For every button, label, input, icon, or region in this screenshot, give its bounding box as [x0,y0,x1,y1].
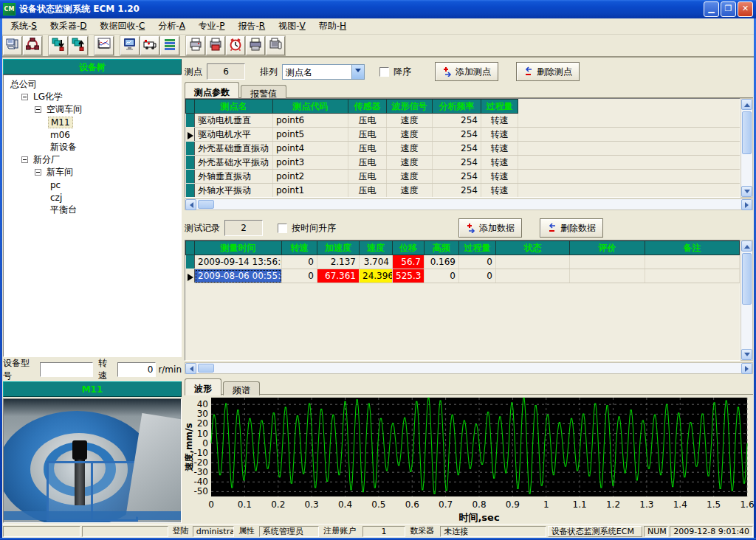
row-selector[interactable] [186,170,195,184]
scroll-left-button[interactable] [185,363,196,374]
ascending-checkbox[interactable] [278,224,287,233]
table-row[interactable]: 2009-09-14 13:56:0202.1373.70456.70.1690 [186,255,740,269]
menu-item[interactable]: 报告-R [232,18,271,34]
column-header[interactable]: 加速度 [317,241,360,255]
workstation-button[interactable] [3,36,22,55]
column-header[interactable]: 状态 [496,241,570,255]
tree-expand-icon[interactable] [35,106,41,113]
tree-node-label[interactable]: 新设备 [48,141,79,153]
table-row[interactable]: 外壳基础垂直振动point4压电速度254转速 [186,142,740,156]
menu-item[interactable]: 数据回收-C [94,18,151,34]
menu-item[interactable]: 视图-V [272,18,312,34]
scroll-down-button[interactable] [741,186,752,197]
point-table-hscrollbar[interactable] [185,198,753,210]
scroll-thumb[interactable] [742,253,752,305]
column-header[interactable]: 测量时间 [195,241,282,255]
tree-node-czj[interactable]: czj [5,191,179,204]
restore-button[interactable]: ❐ [721,1,736,17]
tree-node-label[interactable]: 新分厂 [31,153,62,166]
column-header[interactable]: 测点名 [195,100,273,114]
row-selector[interactable] [186,142,195,156]
row-selector[interactable] [186,128,195,142]
title-bar[interactable]: CM 设备状态监测系统 ECM 1.20 ▁ ❐ ✕ [0,0,756,18]
point-table-vscrollbar[interactable] [740,98,753,198]
print-preview-button[interactable] [206,36,225,55]
tree-node-LG化学[interactable]: LG化学 [5,91,179,103]
monitor-chart-button[interactable] [120,36,140,55]
tree-node-label[interactable]: czj [48,193,64,203]
scroll-down-button[interactable] [741,349,752,360]
tree-expand-icon[interactable] [21,94,28,100]
delete-data-button[interactable]: 删除数据 [540,218,603,238]
tree-node-平衡台[interactable]: 平衡台 [5,204,179,216]
print-report-button[interactable] [246,36,265,55]
tree-node-新设备[interactable]: 新设备 [5,141,179,153]
add-data-button[interactable]: 添加数据 [458,218,522,238]
add-point-button[interactable]: 添加测点 [435,62,498,81]
column-header[interactable]: 位移 [393,241,425,255]
minimize-button[interactable]: ▁ [704,1,719,17]
table-row[interactable]: 驱动电机水平point5压电速度254转速 [186,128,740,142]
menu-item[interactable]: 系统-S [4,18,43,34]
print-button[interactable] [186,36,205,55]
sort-combobox[interactable]: 测点名 [282,64,365,80]
column-header[interactable]: 分析频率 [433,100,481,114]
column-header[interactable]: 高频 [425,241,459,255]
print-fax-button[interactable] [266,36,285,55]
record-table-vscrollbar[interactable] [740,240,753,361]
menu-item[interactable]: 帮助-H [313,18,352,34]
table-row[interactable]: 驱动电机垂直point6压电速度254转速 [186,114,740,128]
tree-node-新车间[interactable]: 新车间 [5,166,179,179]
tree-node-label[interactable]: 平衡台 [48,204,79,216]
column-header[interactable]: 测点代码 [273,100,348,114]
tree-node-总公司[interactable]: 总公司 [5,78,179,91]
download-data-button[interactable] [49,36,68,55]
record-table[interactable]: 测量时间转速加速度速度位移高频过程量状态评价备注2009-09-14 13:56… [185,240,740,361]
column-header[interactable]: 波形信号 [387,100,433,114]
upload-data-button[interactable] [69,36,88,55]
menu-item[interactable]: 专业-P [193,18,231,34]
table-row[interactable]: 外壳基础水平振动point3压电速度254转速 [186,156,740,170]
column-header[interactable]: 传感器 [348,100,387,114]
tree-node-label[interactable]: M11 [48,117,73,128]
tree-node-label[interactable]: LG化学 [31,91,65,103]
speed-input[interactable] [117,362,156,377]
report-list-button[interactable] [160,36,179,55]
tree-node-m06[interactable]: m06 [5,128,179,141]
menu-item[interactable]: 数采器-D [44,18,93,34]
scroll-up-button[interactable] [741,99,752,110]
tree-node-空调车间[interactable]: 空调车间 [5,103,179,116]
alarm-car-button[interactable] [140,36,159,55]
column-header[interactable]: 速度 [360,241,393,255]
scroll-thumb[interactable] [198,200,214,209]
column-header[interactable]: 转速 [282,241,317,255]
row-selector[interactable] [186,184,195,198]
row-selector[interactable] [186,269,195,283]
waveform-chart-button[interactable] [94,36,114,55]
table-row[interactable]: 外轴水平振动point1压电速度254转速 [186,184,740,198]
scroll-right-button[interactable] [741,363,752,374]
table-row[interactable]: 2009-08-06 00:55:05067.36124.396525.300 [186,269,740,283]
delete-point-button[interactable]: 删除测点 [516,62,580,81]
descending-checkbox[interactable] [379,67,389,77]
record-table-hscrollbar[interactable] [185,362,753,374]
tree-node-label[interactable]: pc [48,180,63,190]
tree-node-label[interactable]: 总公司 [8,78,39,91]
column-header[interactable]: 备注 [645,241,740,255]
tree-expand-icon[interactable] [35,169,41,176]
scroll-right-button[interactable] [741,199,752,210]
row-selector[interactable] [186,114,195,128]
network-button[interactable] [23,36,42,55]
tree-node-label[interactable]: 新车间 [44,166,75,179]
chart-tab-波形[interactable]: 波形 [185,378,221,397]
tree-node-M11[interactable]: M11 [5,116,179,128]
row-selector[interactable] [186,156,195,170]
menu-item[interactable]: 分析-A [152,18,191,34]
column-header[interactable]: 过程量 [481,100,518,114]
scroll-up-button[interactable] [741,240,752,252]
device-tree[interactable]: 总公司LG化学空调车间M11m06新设备新分厂新车间pcczj平衡台 [3,75,182,357]
tree-node-label[interactable]: m06 [48,130,72,140]
tree-node-label[interactable]: 空调车间 [44,103,84,116]
alarm-clock-button[interactable] [226,36,245,55]
tree-node-pc[interactable]: pc [5,179,179,191]
